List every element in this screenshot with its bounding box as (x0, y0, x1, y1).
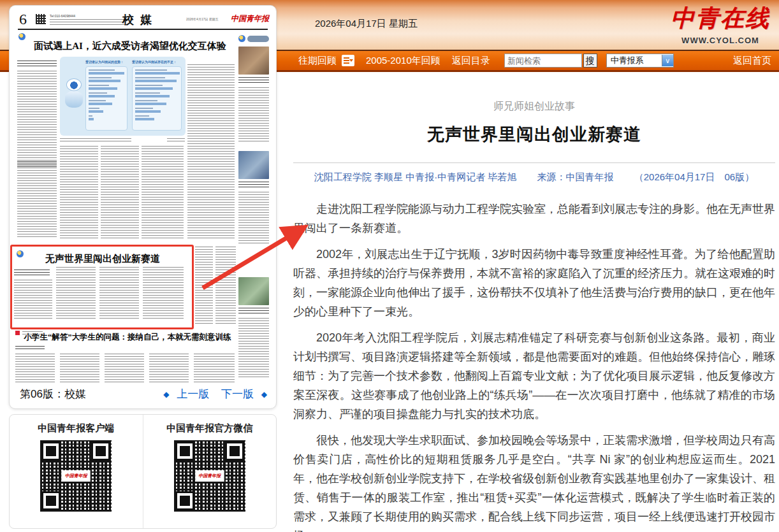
article-title: 无声世界里闯出创业新赛道 (293, 123, 775, 146)
author-block (15, 346, 45, 350)
text-column (15, 354, 55, 383)
text-column (14, 280, 52, 320)
author-block (17, 61, 57, 68)
bar (135, 80, 177, 82)
photo-caption (238, 308, 269, 315)
text-column (187, 64, 235, 239)
site-logo-url: WWW.CYOL.COM (671, 36, 770, 45)
text-column (105, 354, 144, 383)
article-kicker: 师兄师姐创业故事 (293, 100, 775, 113)
bar (89, 118, 94, 120)
search-button[interactable]: 搜 (583, 54, 597, 68)
byline-authors: 沈阳工程学院 李顺星 中青报·中青网记者 毕若旭 (314, 171, 517, 182)
nav-back-to-contents[interactable]: 返回目录 (452, 55, 490, 67)
next-diamond-icon: ◆ (261, 390, 267, 399)
text-column (195, 247, 213, 324)
bar (135, 118, 154, 120)
chart-left-panel (85, 66, 127, 131)
text-column (149, 354, 189, 383)
bar (89, 110, 103, 113)
bar (135, 110, 161, 113)
qr-finder (41, 491, 61, 510)
bar (135, 87, 173, 90)
text-column (60, 146, 98, 239)
prev-page-link[interactable]: 上一版 (177, 388, 209, 400)
edition-select[interactable]: 中青报系 ∨ (606, 54, 674, 68)
sidebar-photo (238, 47, 269, 75)
bar (89, 87, 117, 90)
qr-code-wechat: 中国青年报 (174, 440, 245, 512)
search-input[interactable] (504, 54, 582, 68)
robot-illustration (64, 78, 84, 110)
paper-contact: Tel:010-64098444 (50, 14, 75, 18)
sidebar-photo (238, 151, 269, 179)
qr-panel: 中国青年报客户端 中国青年报 中国青年报官方微信 中国青年报 (9, 414, 277, 529)
edition-select-value: 中青报系 (607, 55, 662, 66)
bar (135, 95, 170, 97)
qr-app-label: 中国青年报客户端 (10, 422, 143, 435)
bar (89, 80, 120, 82)
site-logo[interactable]: 中青在线 WWW.CYOL.COM (671, 3, 770, 45)
chart-right-panel (132, 66, 182, 131)
mascot-icon (17, 250, 24, 257)
paper-headline-highlight: 无声世界里闯出创业新赛道 (24, 253, 181, 265)
paragraph: 2020年考入沈阳工程学院后，刘展志精准锚定了科研竞赛与创新创业这条路。最初，商… (293, 328, 775, 424)
chart-left-title: 受访者认为AI面试的优势： (85, 60, 124, 64)
qr-code-app: 中国青年报 (40, 440, 112, 512)
paper-headline-bottom: 小学生“解答”大学生的问题：接纳自己，本就无需刻意训练 (19, 332, 236, 343)
calendar-list-icon[interactable] (342, 55, 354, 66)
paper-date: 2026年4月17日 星期五 (186, 17, 219, 21)
nav-past-review[interactable]: 往期回顾 (298, 55, 337, 67)
text-column (142, 146, 184, 239)
article-body: 走进沈阳工程学院能源与动力工程学院实验室，总能看到刘展志专注的身影。他在无声世界… (293, 199, 775, 532)
qr-app-cell: 中国青年报客户端 中国青年报 (10, 415, 143, 528)
edition-label: 第06版：校媒 (20, 387, 86, 401)
paragraph: 走进沈阳工程学院能源与动力工程学院实验室，总能看到刘展志专注的身影。他在无声世界… (293, 199, 775, 238)
header-rule (18, 29, 268, 30)
sub-headline (17, 161, 57, 167)
qr-wechat-label: 中国青年报官方微信 (143, 422, 277, 435)
page-pager: ◆ 上一版 下一版 ◆ (163, 387, 267, 401)
newspaper-preview-card: 6 Tel:010-64098444 校媒 2026年4月17日 星期五 中国青… (9, 5, 277, 409)
bar (135, 72, 180, 75)
nav-review-2005-2010[interactable]: 2005-2010年回顾 (366, 55, 440, 67)
qr-finder (91, 442, 110, 461)
ai-interview-infographic: 受访者认为AI面试的优势： 受访者认为AI面试存在的不足： (60, 57, 186, 136)
paragraph: 很快，他发现大学生求职面试、参加校园晚会等场景中，正装需求激增，但学校周边只有高… (293, 431, 775, 532)
editor-info-lines (50, 19, 126, 25)
chevron-down-icon: ∨ (662, 55, 673, 66)
newspaper-page-thumbnail[interactable]: 6 Tel:010-64098444 校媒 2026年4月17日 星期五 中国青… (15, 10, 270, 383)
paper-headline-main: 面试遇上AI，近六成受访者渴望优化交互体验 (22, 40, 238, 52)
photo-caption (238, 77, 269, 84)
bar (89, 95, 115, 97)
chart-right-title: 受访者认为AI面试存在的不足： (132, 60, 177, 64)
paragraph: 2002年，刘展志出生于辽宁抚顺，3岁时因药物中毒导致重度神经性耳聋。为了给他配… (293, 245, 775, 321)
paper-section-title: 校媒 (122, 12, 158, 27)
sidebar-text (238, 192, 269, 245)
next-page-link[interactable]: 下一版 (221, 388, 254, 400)
article-divider (293, 162, 775, 163)
qr-center-logo: 中国青年报 (195, 470, 224, 482)
text-column (99, 267, 139, 320)
page-number: 6 (19, 11, 27, 28)
nav-back-home[interactable]: 返回首页 (733, 55, 771, 67)
photo-caption (238, 182, 269, 189)
qr-finder (175, 442, 194, 461)
paper-masthead: 中国青年报 (231, 13, 269, 24)
text-column (215, 247, 236, 324)
qr-finder (175, 491, 194, 510)
sidebar-photo (238, 277, 269, 305)
text-column (194, 354, 235, 383)
bar (135, 103, 166, 105)
bar (89, 103, 112, 105)
qr-wechat-cell: 中国青年报官方微信 中国青年报 (143, 415, 277, 528)
prev-diamond-icon: ◆ (163, 390, 169, 399)
text-column (101, 146, 139, 239)
author-block (14, 270, 50, 277)
byline-source: 来源：中国青年报 (537, 171, 614, 182)
text-column (17, 71, 57, 239)
article-area: 师兄师姐创业故事 无声世界里闯出创业新赛道 沈阳工程学院 李顺星 中青报·中青网… (293, 72, 775, 532)
sidebar-badge (247, 36, 269, 42)
bar (89, 72, 124, 75)
infographic-caption (60, 138, 131, 141)
